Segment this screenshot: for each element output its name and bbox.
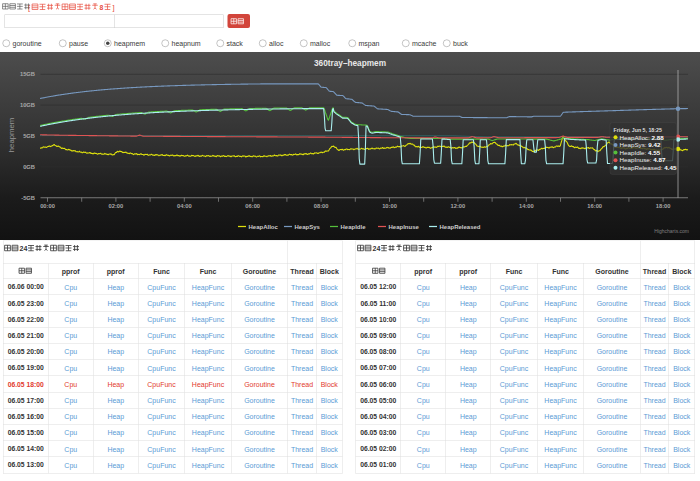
svg-text:HeapInuse: 4.87: HeapInuse: 4.87 — [620, 156, 666, 163]
svg-text:]: ] — [113, 3, 115, 12]
svg-text:10:00: 10:00 — [382, 203, 397, 209]
svg-text:[: [ — [28, 3, 31, 12]
svg-text:360tray–heapmem: 360tray–heapmem — [314, 59, 386, 68]
svg-text:HeapReleased: 4.45: HeapReleased: 4.45 — [620, 164, 678, 171]
svg-text:HeapInuse: HeapInuse — [389, 224, 420, 230]
svg-text:5GB: 5GB — [23, 133, 35, 139]
svg-text:16:00: 16:00 — [587, 203, 602, 209]
svg-text:HeapAlloc: 2.88: HeapAlloc: 2.88 — [620, 134, 665, 141]
svg-text:Highcharts.com: Highcharts.com — [654, 228, 689, 234]
svg-text:14:00: 14:00 — [519, 203, 534, 209]
svg-text:12:00: 12:00 — [451, 203, 466, 209]
svg-text:18:00: 18:00 — [656, 203, 671, 209]
svg-text:-5GB: -5GB — [21, 195, 35, 201]
svg-text:heapmem: heapmem — [7, 118, 16, 152]
svg-text:HeapSys: HeapSys — [295, 224, 321, 230]
svg-text:15GB: 15GB — [20, 71, 35, 77]
svg-text:02:00: 02:00 — [109, 203, 124, 209]
svg-text:Friday, Jun 5, 18:25: Friday, Jun 5, 18:25 — [614, 127, 662, 133]
svg-text:8: 8 — [100, 4, 104, 11]
svg-text:00:00: 00:00 — [40, 203, 55, 209]
svg-text:04:00: 04:00 — [177, 203, 192, 209]
svg-text:HeapReleased: HeapReleased — [440, 224, 481, 230]
svg-text:HeapIdle: 4.55: HeapIdle: 4.55 — [620, 149, 661, 156]
svg-text:HeapAlloc: HeapAlloc — [249, 224, 279, 230]
svg-text:06:00: 06:00 — [245, 203, 260, 209]
svg-text:0GB: 0GB — [23, 164, 35, 170]
svg-text:08:00: 08:00 — [314, 203, 329, 209]
svg-text:10GB: 10GB — [20, 102, 35, 108]
svg-text:HeapSys: 9.42: HeapSys: 9.42 — [620, 141, 662, 148]
svg-text:HeapIdle: HeapIdle — [341, 224, 367, 230]
